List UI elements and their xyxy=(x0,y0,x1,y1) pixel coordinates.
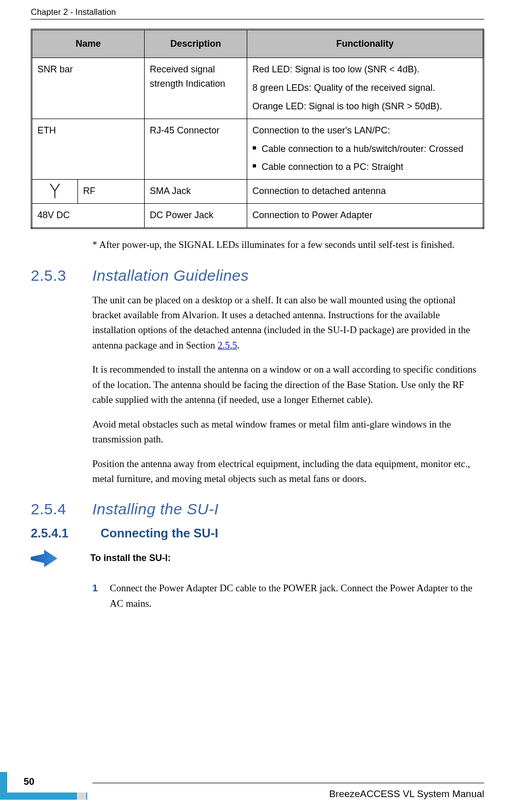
func-line: Connection to the user's LAN/PC: xyxy=(252,124,478,138)
func-line: Orange LED: Signal is too high (SNR > 50… xyxy=(252,100,478,114)
paragraph: It is recommended to install the antenna… xyxy=(92,362,484,407)
section-title: Installing the SU-I xyxy=(92,500,219,518)
paragraph-part: The unit can be placed on a desktop or a… xyxy=(92,295,470,351)
table-row: ETH RJ-45 Connector Connection to the us… xyxy=(32,119,484,180)
footnote-text: * After power-up, the SIGNAL LEDs illumi… xyxy=(92,237,484,252)
th-description: Description xyxy=(145,30,247,58)
subsection-number: 2.5.4.1 xyxy=(31,526,101,540)
paragraph-part: . xyxy=(237,340,240,351)
cell-name: 48V DC xyxy=(32,204,145,228)
table-row: SNR bar Received signal strength Indicat… xyxy=(32,58,484,119)
table-row: 48V DC DC Power Jack Connection to Power… xyxy=(32,204,484,228)
cell-name: ETH xyxy=(32,119,145,180)
section-title: Installation Guidelines xyxy=(92,267,249,284)
table-row: RF SMA Jack Connection to detached anten… xyxy=(32,180,484,204)
paragraph: Avoid metal obstacles such as metal wind… xyxy=(92,417,484,447)
paragraph: The unit can be placed on a desktop or a… xyxy=(92,293,484,353)
table-header-row: Name Description Functionality xyxy=(32,30,484,58)
cell-description: RJ-45 Connector xyxy=(145,119,247,180)
manual-title: BreezeACCESS VL System Manual xyxy=(329,788,484,800)
cell-name: SNR bar xyxy=(32,58,145,119)
page-footer: BreezeACCESS VL System Manual 50 xyxy=(0,783,515,800)
cell-name: RF xyxy=(78,180,145,204)
subsection-title: Connecting the SU-I xyxy=(101,526,218,540)
step-text: Connect the Power Adapter DC cable to th… xyxy=(110,581,484,611)
cell-functionality: Connection to Power Adapter xyxy=(247,204,484,228)
step-number: 1 xyxy=(92,581,110,611)
cell-icon xyxy=(32,180,78,204)
section-heading: 2.5.4 Installing the SU-I xyxy=(31,500,484,518)
paragraph: Position the antenna away from electrica… xyxy=(92,456,484,487)
section-number: 2.5.3 xyxy=(31,267,92,284)
spec-table: Name Description Functionality SNR bar R… xyxy=(31,29,484,229)
svg-marker-0 xyxy=(31,550,57,567)
cell-description: Received signal strength Indication xyxy=(145,58,247,119)
procedure-step: 1 Connect the Power Adapter DC cable to … xyxy=(92,581,484,611)
antenna-icon xyxy=(49,183,61,198)
procedure-lead-text: To install the SU-I: xyxy=(90,553,171,564)
th-name: Name xyxy=(32,30,145,58)
page-number: 50 xyxy=(24,776,34,787)
section-heading: 2.5.3 Installation Guidelines xyxy=(31,267,484,284)
procedure-lead: To install the SU-I: xyxy=(31,550,484,569)
section-number: 2.5.4 xyxy=(31,500,92,518)
subsection-heading: 2.5.4.1 Connecting the SU-I xyxy=(31,526,484,540)
cell-description: SMA Jack xyxy=(145,180,247,204)
footer-corner-decor xyxy=(0,772,87,800)
running-header: Chapter 2 - Installation xyxy=(31,0,484,20)
cell-functionality: Connection to detached antenna xyxy=(247,180,484,204)
cell-functionality: Red LED: Signal is too low (SNR < 4dB). … xyxy=(247,58,484,119)
func-bullet: Cable connection to a PC: Straight xyxy=(262,160,478,175)
procedure-arrow-icon xyxy=(31,550,62,569)
cross-reference-link[interactable]: 2.5.5 xyxy=(217,340,237,351)
func-line: Red LED: Signal is too low (SNR < 4dB). xyxy=(252,63,478,77)
func-bullet: Cable connection to a hub/switch/router:… xyxy=(262,142,478,157)
th-functionality: Functionality xyxy=(247,30,484,58)
cell-description: DC Power Jack xyxy=(145,204,247,228)
func-line: 8 green LEDs: Quality of the received si… xyxy=(252,81,478,95)
cell-functionality: Connection to the user's LAN/PC: Cable c… xyxy=(247,119,484,180)
